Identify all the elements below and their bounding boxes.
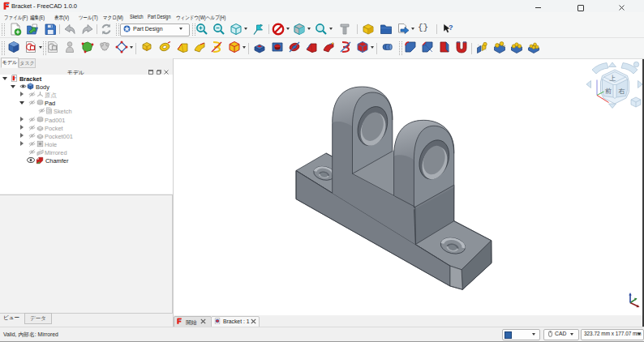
svg-text:前: 前 <box>605 88 612 95</box>
svg-text:上: 上 <box>609 75 616 82</box>
svg-text:右: 右 <box>619 88 625 95</box>
svg-text:?: ? <box>449 24 453 32</box>
